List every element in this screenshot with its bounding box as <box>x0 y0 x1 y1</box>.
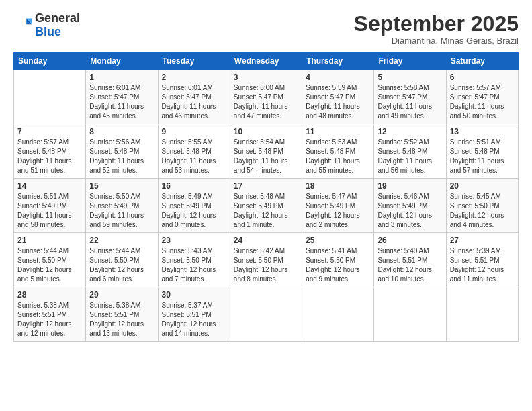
day-number: 6 <box>450 73 515 82</box>
day-number: 20 <box>450 181 515 191</box>
calendar-cell: 14Sunrise: 5:51 AM Sunset: 5:49 PM Dayli… <box>14 179 86 233</box>
title-block: September 2025 Diamantina, Minas Gerais,… <box>354 12 519 46</box>
day-info: Sunrise: 5:38 AM Sunset: 5:51 PM Dayligh… <box>89 301 154 338</box>
calendar-cell: 3Sunrise: 6:00 AM Sunset: 5:47 PM Daylig… <box>230 70 302 124</box>
day-info: Sunrise: 5:41 AM Sunset: 5:50 PM Dayligh… <box>306 246 370 284</box>
day-number: 19 <box>378 181 442 191</box>
calendar-cell: 5Sunrise: 5:58 AM Sunset: 5:47 PM Daylig… <box>374 70 446 124</box>
calendar-cell: 7Sunrise: 5:57 AM Sunset: 5:48 PM Daylig… <box>14 124 86 179</box>
calendar-cell: 21Sunrise: 5:44 AM Sunset: 5:50 PM Dayli… <box>14 233 86 287</box>
day-info: Sunrise: 5:46 AM Sunset: 5:49 PM Dayligh… <box>378 192 442 230</box>
calendar-cell: 30Sunrise: 5:37 AM Sunset: 5:51 PM Dayli… <box>158 287 230 342</box>
day-number: 17 <box>234 181 298 191</box>
calendar-cell <box>302 287 374 342</box>
week-row-1: 1Sunrise: 6:01 AM Sunset: 5:47 PM Daylig… <box>14 70 519 124</box>
day-info: Sunrise: 5:44 AM Sunset: 5:50 PM Dayligh… <box>17 246 82 284</box>
logo: General Blue <box>13 12 80 39</box>
calendar-cell: 24Sunrise: 5:42 AM Sunset: 5:50 PM Dayli… <box>230 233 302 287</box>
col-saturday: Saturday <box>446 53 518 70</box>
day-number: 27 <box>450 236 515 245</box>
day-number: 3 <box>234 73 298 82</box>
col-monday: Monday <box>86 53 158 70</box>
calendar-cell: 29Sunrise: 5:38 AM Sunset: 5:51 PM Dayli… <box>86 287 158 342</box>
calendar-cell: 8Sunrise: 5:56 AM Sunset: 5:48 PM Daylig… <box>86 124 158 179</box>
logo-icon <box>13 16 32 35</box>
calendar-cell <box>230 287 302 342</box>
day-info: Sunrise: 5:40 AM Sunset: 5:51 PM Dayligh… <box>378 246 442 284</box>
location: Diamantina, Minas Gerais, Brazil <box>354 36 519 46</box>
day-info: Sunrise: 5:51 AM Sunset: 5:49 PM Dayligh… <box>17 192 82 230</box>
day-number: 21 <box>17 236 82 245</box>
calendar-cell: 2Sunrise: 6:01 AM Sunset: 5:47 PM Daylig… <box>158 70 230 124</box>
day-number: 1 <box>89 73 154 82</box>
day-number: 11 <box>306 127 370 136</box>
header: General Blue September 2025 Diamantina, … <box>13 12 519 46</box>
page: General Blue September 2025 Diamantina, … <box>0 0 532 411</box>
day-number: 23 <box>162 236 226 245</box>
day-info: Sunrise: 5:50 AM Sunset: 5:49 PM Dayligh… <box>89 192 154 230</box>
calendar-cell: 17Sunrise: 5:48 AM Sunset: 5:49 PM Dayli… <box>230 179 302 233</box>
calendar-cell <box>14 70 86 124</box>
day-info: Sunrise: 6:01 AM Sunset: 5:47 PM Dayligh… <box>89 83 154 121</box>
calendar-cell: 26Sunrise: 5:40 AM Sunset: 5:51 PM Dayli… <box>374 233 446 287</box>
day-info: Sunrise: 5:51 AM Sunset: 5:48 PM Dayligh… <box>450 138 515 175</box>
day-info: Sunrise: 5:43 AM Sunset: 5:50 PM Dayligh… <box>162 246 226 284</box>
calendar-cell: 25Sunrise: 5:41 AM Sunset: 5:50 PM Dayli… <box>302 233 374 287</box>
col-wednesday: Wednesday <box>230 53 302 70</box>
col-sunday: Sunday <box>14 53 86 70</box>
day-number: 16 <box>162 181 226 191</box>
day-info: Sunrise: 5:52 AM Sunset: 5:48 PM Dayligh… <box>378 138 442 175</box>
calendar-cell: 12Sunrise: 5:52 AM Sunset: 5:48 PM Dayli… <box>374 124 446 179</box>
day-info: Sunrise: 5:38 AM Sunset: 5:51 PM Dayligh… <box>17 301 82 338</box>
day-info: Sunrise: 6:01 AM Sunset: 5:47 PM Dayligh… <box>162 83 226 121</box>
calendar-cell: 16Sunrise: 5:49 AM Sunset: 5:49 PM Dayli… <box>158 179 230 233</box>
day-info: Sunrise: 5:48 AM Sunset: 5:49 PM Dayligh… <box>234 192 298 230</box>
calendar-cell: 15Sunrise: 5:50 AM Sunset: 5:49 PM Dayli… <box>86 179 158 233</box>
logo-text: General Blue <box>35 12 80 39</box>
day-info: Sunrise: 5:54 AM Sunset: 5:48 PM Dayligh… <box>234 138 298 175</box>
day-info: Sunrise: 5:42 AM Sunset: 5:50 PM Dayligh… <box>234 246 298 284</box>
day-info: Sunrise: 5:57 AM Sunset: 5:47 PM Dayligh… <box>450 83 515 121</box>
day-number: 8 <box>89 127 154 136</box>
day-info: Sunrise: 5:49 AM Sunset: 5:49 PM Dayligh… <box>162 192 226 230</box>
day-number: 15 <box>89 181 154 191</box>
day-number: 26 <box>378 236 442 245</box>
calendar-cell <box>374 287 446 342</box>
day-number: 30 <box>162 290 226 300</box>
day-number: 13 <box>450 127 515 136</box>
day-number: 22 <box>89 236 154 245</box>
day-info: Sunrise: 5:57 AM Sunset: 5:48 PM Dayligh… <box>17 138 82 175</box>
calendar-cell: 6Sunrise: 5:57 AM Sunset: 5:47 PM Daylig… <box>446 70 518 124</box>
calendar-cell: 9Sunrise: 5:55 AM Sunset: 5:48 PM Daylig… <box>158 124 230 179</box>
day-number: 5 <box>378 73 442 82</box>
calendar-cell: 10Sunrise: 5:54 AM Sunset: 5:48 PM Dayli… <box>230 124 302 179</box>
col-tuesday: Tuesday <box>158 53 230 70</box>
day-number: 14 <box>17 181 82 191</box>
col-thursday: Thursday <box>302 53 374 70</box>
day-number: 4 <box>306 73 370 82</box>
day-number: 25 <box>306 236 370 245</box>
day-number: 12 <box>378 127 442 136</box>
day-number: 28 <box>17 290 82 300</box>
calendar-cell: 11Sunrise: 5:53 AM Sunset: 5:48 PM Dayli… <box>302 124 374 179</box>
day-number: 24 <box>234 236 298 245</box>
calendar-cell: 19Sunrise: 5:46 AM Sunset: 5:49 PM Dayli… <box>374 179 446 233</box>
calendar-cell: 28Sunrise: 5:38 AM Sunset: 5:51 PM Dayli… <box>14 287 86 342</box>
day-number: 7 <box>17 127 82 136</box>
day-info: Sunrise: 5:53 AM Sunset: 5:48 PM Dayligh… <box>306 138 370 175</box>
day-info: Sunrise: 5:55 AM Sunset: 5:48 PM Dayligh… <box>162 138 226 175</box>
calendar-cell: 27Sunrise: 5:39 AM Sunset: 5:51 PM Dayli… <box>446 233 518 287</box>
day-number: 2 <box>162 73 226 82</box>
day-number: 18 <box>306 181 370 191</box>
day-info: Sunrise: 5:39 AM Sunset: 5:51 PM Dayligh… <box>450 246 515 284</box>
calendar-cell: 1Sunrise: 6:01 AM Sunset: 5:47 PM Daylig… <box>86 70 158 124</box>
day-info: Sunrise: 5:45 AM Sunset: 5:50 PM Dayligh… <box>450 192 515 230</box>
calendar-cell: 4Sunrise: 5:59 AM Sunset: 5:47 PM Daylig… <box>302 70 374 124</box>
day-info: Sunrise: 6:00 AM Sunset: 5:47 PM Dayligh… <box>234 83 298 121</box>
calendar-cell: 18Sunrise: 5:47 AM Sunset: 5:49 PM Dayli… <box>302 179 374 233</box>
calendar-cell: 13Sunrise: 5:51 AM Sunset: 5:48 PM Dayli… <box>446 124 518 179</box>
calendar-table: Sunday Monday Tuesday Wednesday Thursday… <box>13 52 519 342</box>
day-info: Sunrise: 5:44 AM Sunset: 5:50 PM Dayligh… <box>89 246 154 284</box>
calendar-cell: 23Sunrise: 5:43 AM Sunset: 5:50 PM Dayli… <box>158 233 230 287</box>
day-info: Sunrise: 5:47 AM Sunset: 5:49 PM Dayligh… <box>306 192 370 230</box>
